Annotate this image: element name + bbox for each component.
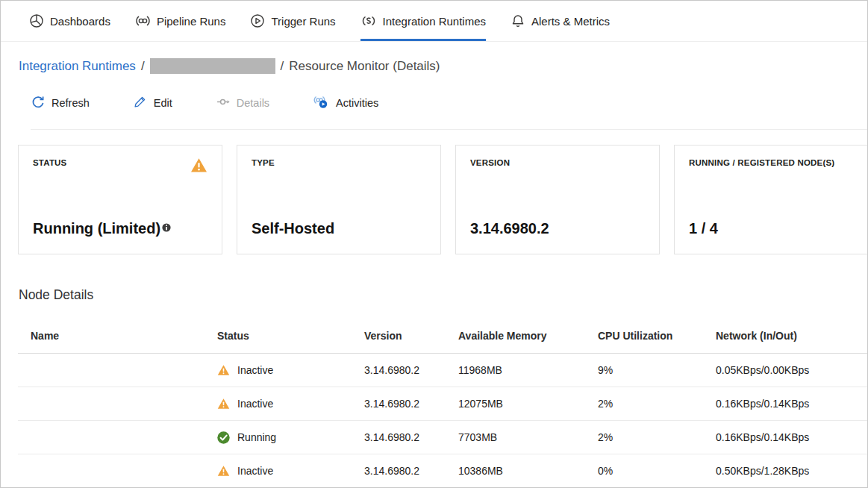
status-card-label: STATUS (33, 157, 67, 169)
node-cpu-cell: 2% (598, 431, 716, 443)
node-version-cell: 3.14.6980.2 (364, 364, 458, 376)
tab-dashboards[interactable]: Dashboards (29, 1, 110, 41)
node-memory-cell: 12075MB (458, 398, 598, 410)
warning-icon (217, 465, 230, 477)
node-status-label: Inactive (237, 398, 273, 410)
node-memory-cell: 7703MB (458, 431, 598, 443)
node-network-cell: 0.05KBps/0.00KBps (716, 364, 867, 376)
table-row[interactable]: Inactive 3.14.6980.2 11968MB 9% 0.05KBps… (18, 354, 867, 387)
refresh-button[interactable]: Refresh (31, 95, 90, 111)
tab-integration-runtimes[interactable]: Integration Runtimes (360, 1, 486, 41)
tab-trigger-runs[interactable]: Trigger Runs (250, 1, 335, 41)
edit-label: Edit (154, 97, 172, 109)
redacted-runtime-name (150, 58, 275, 74)
monitor-tab-bar: Dashboards Pipeline Runs Trigger Runs In… (1, 1, 867, 42)
node-status-cell: Inactive (217, 364, 364, 376)
node-status-label: Running (237, 431, 276, 443)
column-header-available-memory[interactable]: Available Memory (458, 330, 598, 342)
column-header-cpu-utilization[interactable]: CPU Utilization (598, 330, 716, 342)
tab-label: Pipeline Runs (157, 15, 226, 28)
warning-icon[interactable] (190, 157, 207, 176)
success-check-icon (217, 431, 230, 444)
breadcrumb: Integration Runtimes / / Resource Monito… (19, 58, 867, 74)
node-version-cell: 3.14.6980.2 (364, 465, 458, 477)
column-header-name[interactable]: Name (31, 330, 217, 342)
breadcrumb-link-integration-runtimes[interactable]: Integration Runtimes (19, 59, 136, 74)
node-cpu-cell: 2% (598, 398, 716, 410)
table-row[interactable]: Inactive 3.14.6980.2 12075MB 2% 0.16KBps… (18, 387, 867, 421)
node-name-cell (31, 465, 217, 477)
node-status-label: Inactive (237, 465, 273, 477)
column-header-network[interactable]: Network (In/Out) (716, 330, 867, 342)
node-status-cell: Inactive (217, 398, 364, 410)
node-memory-cell: 10386MB (458, 465, 598, 477)
breadcrumb-current: Resource Monitor (Details) (289, 59, 440, 74)
node-network-cell: 0.16KBps/0.14KBps (716, 398, 867, 410)
integration-runtimes-icon (360, 13, 377, 28)
node-network-cell: 0.16KBps/0.14KBps (716, 431, 867, 443)
table-row[interactable]: Running 3.14.6980.2 7703MB 2% 0.16KBps/0… (18, 421, 867, 454)
activities-pipeline-play-icon (313, 94, 329, 111)
edit-pencil-icon (133, 95, 147, 111)
table-header-row: Name Status Version Available Memory CPU… (18, 303, 867, 354)
node-version-cell: 3.14.6980.2 (364, 398, 458, 410)
node-cpu-cell: 9% (598, 364, 716, 376)
status-value: Running (Limited) (33, 220, 207, 237)
status-card: STATUS Running (Limited) (18, 145, 222, 254)
node-name-cell (31, 398, 217, 410)
resource-monitor-page: { "tabs": { "items": [ { "label": "Dashb… (0, 0, 868, 488)
trigger-runs-icon (250, 13, 265, 28)
toolbar: Refresh Edit Details Act (31, 94, 867, 130)
node-details-title: Node Details (19, 287, 867, 303)
column-header-status[interactable]: Status (217, 330, 364, 342)
warning-icon (217, 398, 230, 410)
node-name-cell (31, 364, 217, 376)
node-name-cell (31, 431, 217, 443)
refresh-icon (31, 95, 45, 111)
refresh-label: Refresh (51, 97, 90, 109)
breadcrumb-separator: / (141, 59, 145, 74)
tab-pipeline-runs[interactable]: Pipeline Runs (135, 1, 226, 41)
type-value: Self-Hosted (252, 220, 426, 237)
activities-button[interactable]: Activities (313, 94, 378, 111)
tab-label: Dashboards (50, 15, 110, 28)
summary-cards: STATUS Running (Limited) TYPE (18, 145, 867, 254)
tab-label: Integration Runtimes (383, 15, 486, 28)
node-status-cell: Running (217, 431, 364, 444)
warning-icon (217, 364, 230, 376)
column-header-version[interactable]: Version (364, 330, 458, 342)
version-card-label: VERSION (470, 157, 510, 169)
table-row[interactable]: Inactive 3.14.6980.2 10386MB 0% 0.50KBps… (18, 454, 867, 488)
node-status-label: Inactive (237, 364, 273, 376)
details-button[interactable]: Details (216, 95, 269, 111)
nodes-value: 1 / 4 (689, 220, 864, 237)
node-cpu-cell: 0% (598, 465, 716, 477)
node-status-cell: Inactive (217, 465, 364, 477)
edit-button[interactable]: Edit (133, 95, 172, 111)
tab-alerts-metrics[interactable]: Alerts & Metrics (511, 1, 610, 41)
node-memory-cell: 11968MB (458, 364, 598, 376)
details-label: Details (237, 97, 269, 109)
node-version-cell: 3.14.6980.2 (364, 431, 458, 443)
version-card: VERSION 3.14.6980.2 (455, 145, 660, 254)
tab-label: Trigger Runs (271, 15, 335, 28)
table-body: Inactive 3.14.6980.2 11968MB 9% 0.05KBps… (18, 354, 867, 488)
pipeline-runs-icon (135, 13, 151, 28)
type-card-label: TYPE (252, 157, 275, 169)
nodes-card-label: RUNNING / REGISTERED NODE(S) (689, 157, 834, 169)
node-details-table: Name Status Version Available Memory CPU… (18, 303, 867, 488)
activities-label: Activities (336, 97, 378, 109)
version-value: 3.14.6980.2 (470, 220, 645, 237)
info-icon[interactable] (162, 219, 171, 236)
dashboards-icon (29, 13, 44, 28)
details-connection-icon (216, 95, 230, 111)
alerts-metrics-icon (511, 13, 525, 28)
type-card: TYPE Self-Hosted (237, 145, 441, 254)
breadcrumb-separator: / (281, 59, 284, 74)
tab-label: Alerts & Metrics (531, 15, 610, 28)
nodes-card: RUNNING / REGISTERED NODE(S) 1 / 4 (674, 145, 868, 254)
node-network-cell: 0.50KBps/1.28KBps (716, 465, 867, 477)
